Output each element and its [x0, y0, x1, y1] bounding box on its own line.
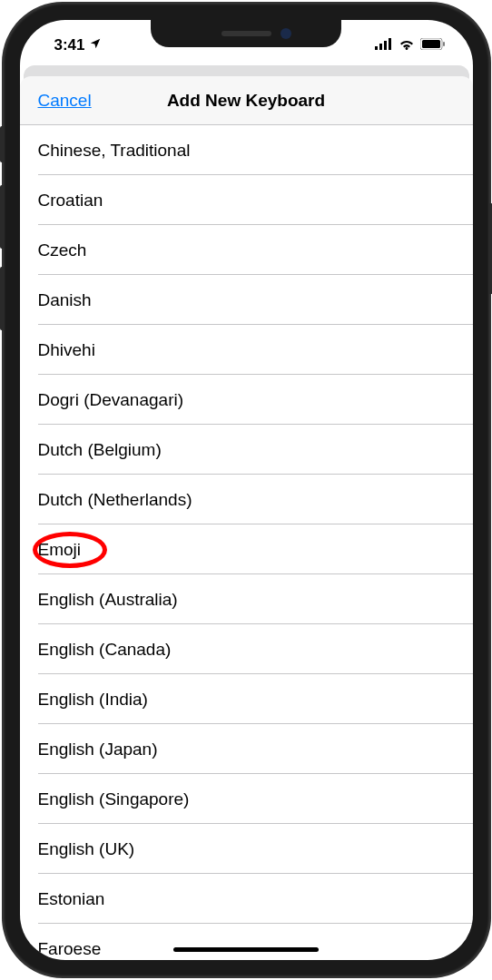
list-item-label: Dogri (Devanagari): [38, 390, 184, 410]
page-title: Add New Keyboard: [167, 91, 325, 111]
list-item-label: English (Singapore): [38, 789, 190, 809]
front-camera: [280, 28, 291, 39]
status-time: 3:41: [54, 36, 85, 54]
list-item-label: English (India): [38, 690, 148, 710]
list-item-label: Dutch (Belgium): [38, 440, 162, 460]
screen: 3:41 Cancel Add New Keyboard: [20, 20, 473, 960]
list-item-label: English (Australia): [38, 590, 178, 610]
status-left: 3:41: [54, 36, 102, 54]
list-item[interactable]: Czech: [20, 225, 473, 275]
list-item[interactable]: Dogri (Devanagari): [20, 375, 473, 425]
list-item[interactable]: English (Canada): [20, 624, 473, 674]
list-item[interactable]: Danish: [20, 275, 473, 325]
list-item[interactable]: English (Australia): [20, 574, 473, 624]
list-item[interactable]: English (Singapore): [20, 774, 473, 824]
list-item-label: English (Japan): [38, 740, 158, 760]
list-item[interactable]: Emoji: [20, 524, 473, 574]
list-item-label: Dutch (Netherlands): [38, 490, 192, 510]
keyboard-list[interactable]: Chinese, TraditionalCroatianCzechDanishD…: [20, 125, 473, 960]
list-item[interactable]: Dhivehi: [20, 325, 473, 375]
cancel-button[interactable]: Cancel: [38, 91, 92, 111]
cellular-icon: [375, 36, 393, 54]
list-item[interactable]: English (India): [20, 674, 473, 724]
list-item-label: Dhivehi: [38, 340, 95, 360]
svg-rect-3: [389, 38, 391, 50]
list-item[interactable]: English (UK): [20, 824, 473, 874]
list-item[interactable]: English (Japan): [20, 724, 473, 774]
list-item[interactable]: Dutch (Netherlands): [20, 475, 473, 524]
volume-down-button: [0, 267, 4, 330]
list-item-label: Croatian: [38, 191, 103, 211]
svg-rect-2: [384, 41, 387, 50]
speaker: [221, 31, 271, 36]
mute-switch: [0, 126, 4, 162]
battery-icon: [420, 36, 446, 54]
list-item[interactable]: Faroese: [20, 924, 473, 960]
home-indicator[interactable]: [173, 947, 319, 952]
list-item[interactable]: Chinese, Traditional: [20, 125, 473, 175]
list-item[interactable]: Croatian: [20, 175, 473, 225]
list-item-label: Faroese: [38, 939, 102, 959]
list-item-label: Danish: [38, 290, 92, 310]
svg-rect-0: [375, 46, 378, 50]
list-item-label: Chinese, Traditional: [38, 141, 191, 161]
status-right: [375, 36, 446, 54]
nav-bar: Cancel Add New Keyboard: [20, 76, 473, 125]
power-button: [489, 203, 493, 294]
location-icon: [89, 36, 102, 54]
svg-rect-5: [422, 40, 440, 48]
list-item-label: English (Canada): [38, 640, 172, 660]
list-item-label: Estonian: [38, 889, 105, 909]
volume-up-button: [0, 185, 4, 249]
notch: [151, 20, 341, 47]
svg-rect-1: [379, 44, 382, 50]
phone-frame: 3:41 Cancel Add New Keyboard: [4, 4, 489, 976]
list-item-label: Emoji: [38, 540, 82, 560]
list-item-label: English (UK): [38, 839, 135, 859]
svg-rect-6: [443, 42, 445, 46]
list-item[interactable]: Estonian: [20, 874, 473, 924]
list-item-label: Czech: [38, 240, 87, 260]
wifi-icon: [399, 36, 415, 54]
list-item[interactable]: Dutch (Belgium): [20, 425, 473, 475]
